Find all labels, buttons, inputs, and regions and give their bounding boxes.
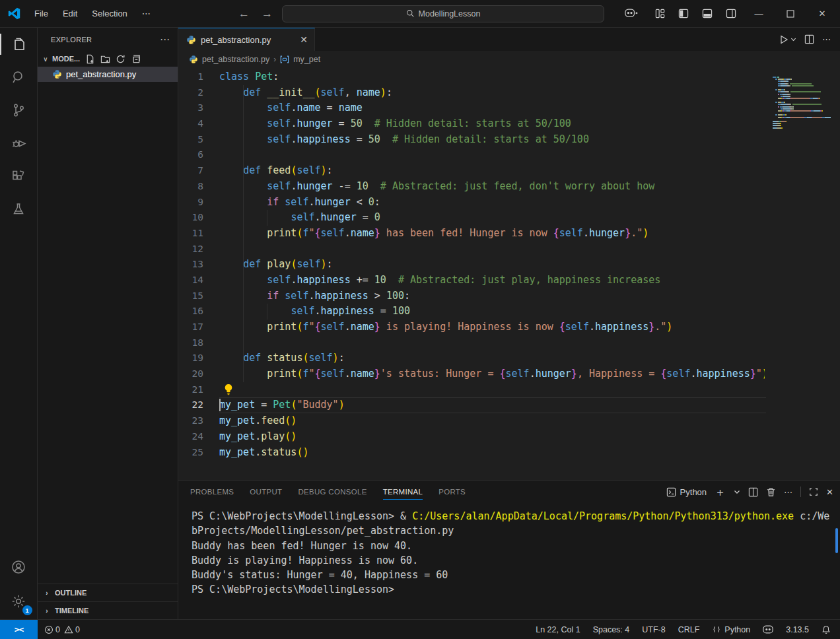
new-terminal-button[interactable]: ＋	[715, 485, 726, 500]
window-close-button[interactable]: ✕	[808, 1, 836, 27]
tab-close-icon[interactable]: ✕	[300, 34, 308, 45]
code-line-12[interactable]: 12	[178, 242, 840, 257]
lightbulb-icon[interactable]	[224, 384, 233, 395]
outline-pane-header[interactable]: › OUTLINE	[38, 584, 178, 601]
menu-selection[interactable]: Selection	[86, 6, 133, 21]
code-line-16[interactable]: 16 self.happiness = 100	[178, 304, 840, 320]
panel-tab-output[interactable]: OUTPUT	[250, 481, 282, 503]
close-panel-icon[interactable]: ✕	[826, 487, 833, 497]
remote-indicator[interactable]: ><	[0, 620, 38, 639]
toggle-secondary-sidebar-icon[interactable]	[721, 5, 741, 22]
new-folder-icon[interactable]	[100, 54, 110, 64]
code-line-5[interactable]: 5 self.happiness = 50 # Hidden detail: s…	[178, 132, 840, 148]
line-number: 5	[178, 132, 219, 148]
accounts-icon[interactable]	[0, 551, 38, 584]
menu-edit[interactable]: Edit	[57, 6, 83, 21]
collapse-all-icon[interactable]	[131, 54, 141, 64]
editor-more-actions[interactable]: ⋯	[822, 34, 831, 44]
cursor-position[interactable]: Ln 22, Col 1	[536, 625, 580, 634]
file-item-pet-abstraction[interactable]: pet_abstraction.py	[38, 67, 178, 82]
code-line-19[interactable]: 19 def status(self):	[178, 351, 840, 366]
timeline-pane-header[interactable]: › TIMELINE	[38, 601, 178, 619]
code-line-15[interactable]: 15 if self.happiness > 100:	[178, 288, 840, 304]
settings-gear-icon[interactable]: 1	[0, 584, 38, 619]
panel-tab-debug-console[interactable]: DEBUG CONSOLE	[298, 481, 367, 503]
terminal-line-5: Buddy's status: Hunger = 40, Happiness =…	[192, 568, 829, 582]
code-line-24[interactable]: 24my_pet.play()	[178, 429, 840, 445]
command-center-search[interactable]: ModellingLesson	[282, 5, 604, 22]
terminal-scrollbar[interactable]	[835, 528, 838, 553]
line-number: 19	[178, 351, 219, 366]
editor-scrollbar[interactable]	[833, 68, 840, 480]
split-terminal-icon[interactable]	[748, 487, 758, 497]
code-line-14[interactable]: 14 self.happiness += 10 # Abstracted: ju…	[178, 273, 840, 288]
workspace-section-header[interactable]: ∨ MODE...	[38, 51, 178, 67]
minimap[interactable]	[773, 77, 831, 129]
nav-forward-icon[interactable]: →	[259, 7, 275, 20]
code-line-20[interactable]: 20 print(f"{self.name}'s status: Hunger …	[178, 366, 840, 382]
testing-icon[interactable]	[0, 193, 38, 226]
code-line-11[interactable]: 11 print(f"{self.name} has been fed! Hun…	[178, 226, 840, 242]
search-sidebar-icon[interactable]	[0, 61, 38, 94]
window-minimize-button[interactable]: —	[745, 1, 773, 27]
terminal-shell-selector[interactable]: Python	[666, 487, 707, 497]
breadcrumb-file[interactable]: pet_abstraction.py	[202, 55, 269, 64]
terminal-dropdown-icon[interactable]	[734, 488, 740, 495]
code-line-2[interactable]: 2 def __init__(self, name):	[178, 85, 840, 101]
warnings-indicator[interactable]: 0	[64, 625, 80, 634]
code-line-17[interactable]: 17 print(f"{self.name} is playing! Happi…	[178, 320, 840, 335]
code-editor[interactable]: 1class Pet:2 def __init__(self, name):3 …	[178, 68, 840, 480]
code-line-4[interactable]: 4 self.hunger = 50 # Hidden detail: star…	[178, 116, 840, 132]
breadcrumb-symbol[interactable]: my_pet	[293, 55, 320, 64]
copilot-icon[interactable]	[617, 5, 646, 22]
menu-more[interactable]: ⋯	[136, 6, 157, 21]
new-file-icon[interactable]	[85, 54, 95, 64]
code-line-23[interactable]: 23my_pet.feed()	[178, 413, 840, 429]
toggle-panel-icon[interactable]	[697, 5, 717, 22]
code-line-9[interactable]: 9 if self.hunger < 0:	[178, 195, 840, 211]
code-line-10[interactable]: 10 self.hunger = 0	[178, 210, 840, 226]
code-line-25[interactable]: 25my_pet.status()	[178, 445, 840, 461]
code-line-1[interactable]: 1class Pet:	[178, 69, 840, 85]
nav-back-icon[interactable]: ←	[236, 7, 252, 20]
errors-indicator[interactable]: 0	[44, 625, 60, 634]
code-line-6[interactable]: 6	[178, 147, 840, 163]
refresh-icon[interactable]	[116, 54, 125, 64]
code-line-7[interactable]: 7 def feed(self):	[178, 163, 840, 179]
panel-more-actions[interactable]: ⋯	[784, 487, 792, 497]
bottom-panel: PROBLEMSOUTPUTDEBUG CONSOLETERMINALPORTS…	[178, 480, 840, 619]
explorer-more-actions[interactable]: ⋯	[157, 34, 172, 46]
code-line-13[interactable]: 13 def play(self):	[178, 257, 840, 273]
customize-layout-icon[interactable]	[650, 5, 670, 22]
line-number: 16	[178, 304, 219, 320]
language-mode[interactable]: Python	[712, 625, 750, 634]
eol-setting[interactable]: CRLF	[678, 625, 700, 634]
kill-terminal-icon[interactable]	[766, 487, 776, 497]
code-line-3[interactable]: 3 self.name = name	[178, 100, 840, 116]
terminal-output[interactable]: PS C:\WebProjects\ModellingLesson> & C:/…	[178, 503, 840, 619]
code-line-18[interactable]: 18	[178, 335, 840, 351]
split-editor-icon[interactable]	[804, 34, 814, 44]
indentation-setting[interactable]: Spaces: 4	[593, 625, 630, 634]
notifications-bell-icon[interactable]	[822, 625, 831, 634]
panel-tab-terminal[interactable]: TERMINAL	[383, 481, 423, 503]
window-maximize-button[interactable]	[777, 1, 804, 27]
explorer-icon[interactable]	[0, 28, 38, 61]
breadcrumb[interactable]: pet_abstraction.py › my_pet	[178, 51, 840, 68]
code-line-8[interactable]: 8 self.hunger -= 10 # Abstracted: just f…	[178, 179, 840, 195]
encoding-setting[interactable]: UTF-8	[642, 625, 665, 634]
run-debug-icon[interactable]	[0, 127, 38, 160]
source-control-icon[interactable]	[0, 94, 38, 127]
tab-pet-abstraction[interactable]: pet_abstraction.py ✕	[178, 28, 315, 51]
code-line-21[interactable]: 21	[178, 382, 840, 398]
panel-tab-problems[interactable]: PROBLEMS	[190, 481, 234, 503]
run-python-file-button[interactable]	[779, 34, 796, 45]
panel-tab-ports[interactable]: PORTS	[438, 481, 466, 503]
menu-file[interactable]: File	[28, 6, 54, 21]
python-version[interactable]: 3.13.5	[786, 625, 809, 634]
toggle-sidebar-icon[interactable]	[674, 5, 693, 22]
code-line-22[interactable]: 22my_pet = Pet("Buddy")	[178, 397, 840, 413]
extensions-icon[interactable]	[0, 160, 38, 193]
copilot-status-icon[interactable]	[763, 625, 773, 634]
maximize-panel-icon[interactable]	[809, 487, 818, 496]
